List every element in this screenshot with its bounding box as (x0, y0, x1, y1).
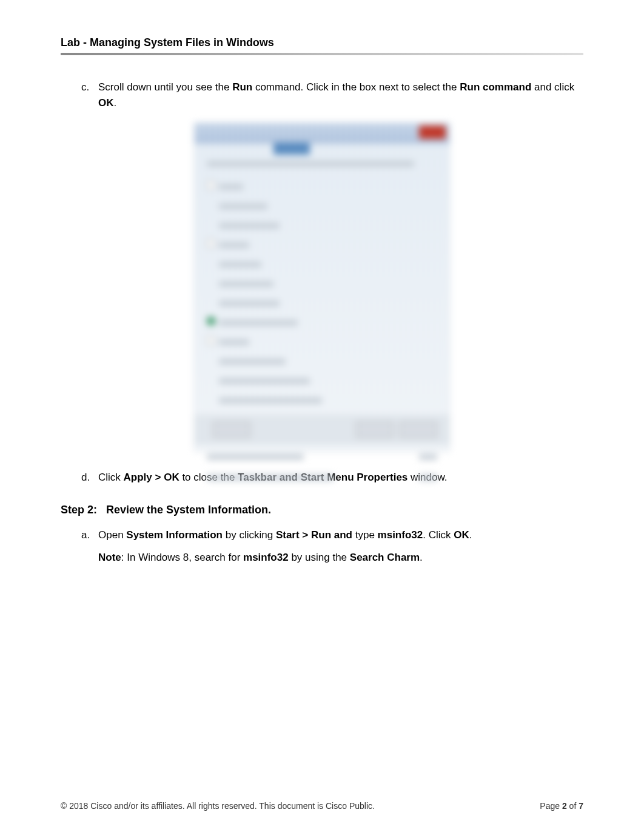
marker-a: a. (81, 527, 98, 566)
bold-run: Run (232, 81, 252, 93)
text: . (469, 529, 472, 541)
dialog-titlebar (195, 123, 449, 144)
cancel-button-blurred (400, 422, 437, 438)
text: Open (98, 529, 126, 541)
content-a: Open System Information by clicking Star… (98, 527, 583, 566)
text: . (420, 552, 423, 563)
step-title: Review the System Information. (106, 504, 271, 516)
text: type (355, 529, 378, 541)
text: . (114, 97, 117, 109)
use-default-button (213, 422, 250, 438)
bold-search-charm: Search Charm (350, 552, 420, 563)
text: Scroll down until you see the (98, 81, 232, 93)
ok-button-blurred (356, 422, 394, 438)
marker-d: d. (81, 470, 98, 485)
page-number: Page 2 of 7 (540, 801, 583, 811)
bold-ok: OK (98, 97, 114, 109)
page-current: 2 (562, 801, 567, 811)
marker-c: c. (81, 79, 98, 110)
dialog-tab (273, 143, 310, 155)
step-label: Step 2: (61, 504, 97, 516)
text: Click (98, 472, 124, 483)
page-prefix: Page (540, 801, 562, 811)
text: and click (534, 81, 574, 93)
page-total: 7 (579, 801, 583, 811)
text: : In Windows 8, search for (121, 552, 243, 563)
close-icon (419, 126, 446, 139)
text: by using the (289, 552, 350, 563)
copyright-text: © 2018 Cisco and/or its affiliates. All … (61, 801, 375, 811)
bold-note: Note (98, 552, 121, 563)
screenshot-customize-start-menu (194, 123, 450, 451)
bold-ok2: OK (454, 529, 469, 541)
text: . Click (423, 529, 454, 541)
lab-header: Lab - Managing System Files in Windows (61, 36, 583, 55)
content-c: Scroll down until you see the Run comman… (98, 79, 583, 110)
text: command. Click in the box next to select… (252, 81, 460, 93)
page-of: of (567, 801, 579, 811)
text: by clicking (223, 529, 276, 541)
list-item-a: a. Open System Information by clicking S… (61, 527, 583, 566)
header-title: Lab - Managing System Files in Windows (61, 36, 274, 49)
bold-start-run: Start > Run and (276, 529, 355, 541)
bold-apply-ok: Apply > OK (124, 472, 183, 483)
bold-msinfo32: msinfo32 (378, 529, 423, 541)
step-2-heading: Step 2: Review the System Information. (61, 504, 583, 516)
bold-msinfo32-2: msinfo32 (243, 552, 289, 563)
page-footer: © 2018 Cisco and/or its affiliates. All … (61, 801, 583, 811)
bold-run-command: Run command (460, 81, 534, 93)
list-item-c: c. Scroll down until you see the Run com… (61, 79, 583, 110)
bold-sysinfo: System Information (126, 529, 223, 541)
note-line: Note: In Windows 8, search for msinfo32 … (98, 550, 583, 566)
